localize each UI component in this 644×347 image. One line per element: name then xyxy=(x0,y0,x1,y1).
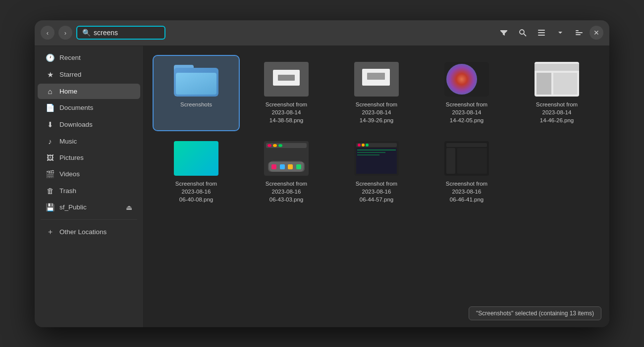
sidebar-item-recent[interactable]: 🕐 Recent xyxy=(38,50,140,66)
svg-point-0 xyxy=(520,30,524,34)
file-manager-window: ‹ › 🔍 ✕ xyxy=(35,20,609,327)
file-label: Screenshot from 2023-08-14 14-38-58.png xyxy=(266,100,307,124)
videos-icon: 🎬 xyxy=(46,170,54,179)
music-icon: ♪ xyxy=(46,137,54,146)
screenshot-thumbnail xyxy=(444,62,489,97)
search-input[interactable] xyxy=(94,29,153,37)
search-box: 🔍 xyxy=(76,26,165,40)
file-label: Screenshots xyxy=(180,100,212,108)
sidebar-item-documents[interactable]: 📄 Documents xyxy=(38,100,140,116)
sidebar-item-videos[interactable]: 🎬 Videos xyxy=(38,166,140,182)
filter-button[interactable] xyxy=(495,24,512,41)
screenshot-thumbnail xyxy=(535,62,579,97)
file-item[interactable]: Screenshots xyxy=(154,56,239,130)
file-label: Screenshot from 2023-08-16 06-46-41.png xyxy=(446,180,487,203)
sf-public-icon: 💾 xyxy=(46,203,54,212)
sidebar-item-label: Videos xyxy=(59,170,80,178)
screenshot-thumbnail xyxy=(354,141,399,176)
screenshot-thumbnail xyxy=(264,141,309,176)
file-item[interactable]: Screenshot from 2023-08-16 06-40-08.png xyxy=(154,135,239,209)
file-item[interactable]: Screenshot from 2023-08-14 14-39-26.png xyxy=(334,56,419,130)
sidebar-item-label: Trash xyxy=(59,187,76,195)
sidebar-item-label: Recent xyxy=(59,54,81,61)
svg-rect-2 xyxy=(538,30,545,31)
sidebar-item-trash[interactable]: 🗑 Trash xyxy=(38,183,140,198)
statusbar: "Screenshots" selected (containing 13 it… xyxy=(469,306,601,320)
screenshot-thumbnail xyxy=(264,62,309,97)
folder-thumbnail xyxy=(174,62,218,97)
svg-rect-5 xyxy=(576,30,579,31)
sidebar-item-sf-public[interactable]: 💾 sf_Public ⏏ xyxy=(38,199,140,215)
file-label: Screenshot from 2023-08-14 14-39-26.png xyxy=(356,100,397,124)
forward-button[interactable]: › xyxy=(58,26,72,40)
file-label: Screenshot from 2023-08-14 14-46-26.png xyxy=(536,100,578,124)
content-area: Screenshots Screenshot from 2023-08-14 1… xyxy=(144,46,609,327)
starred-icon: ★ xyxy=(46,70,54,79)
svg-rect-4 xyxy=(538,35,545,36)
screenshot-thumbnail xyxy=(174,141,218,176)
file-item[interactable]: Screenshot from 2023-08-14 14-42-05.png xyxy=(424,56,509,130)
sidebar-item-downloads[interactable]: ⬇ Downloads xyxy=(38,117,140,133)
file-label: Screenshot from 2023-08-16 06-43-03.png xyxy=(266,180,307,203)
file-item[interactable]: Screenshot from 2023-08-14 14-38-58.png xyxy=(244,56,329,130)
file-label: Screenshot from 2023-08-16 06-44-57.png xyxy=(356,180,397,203)
sidebar-item-starred[interactable]: ★ Starred xyxy=(38,67,140,83)
file-item[interactable]: Screenshot from 2023-08-16 06-43-03.png xyxy=(244,135,329,209)
eject-icon[interactable]: ⏏ xyxy=(126,203,132,211)
toolbar-actions: ✕ xyxy=(495,24,603,41)
sidebar-item-label: Pictures xyxy=(59,154,84,161)
file-grid: Screenshots Screenshot from 2023-08-14 1… xyxy=(154,56,599,210)
file-item[interactable]: Screenshot from 2023-08-16 06-44-57.png xyxy=(334,135,419,209)
svg-rect-3 xyxy=(538,32,545,33)
sidebar-item-label: Downloads xyxy=(59,121,93,128)
sidebar-item-home[interactable]: ⌂ Home xyxy=(38,84,140,99)
view-list-button[interactable] xyxy=(533,24,550,41)
file-label: Screenshot from 2023-08-14 14-42-05.png xyxy=(446,100,487,124)
sidebar: 🕐 Recent ★ Starred ⌂ Home 📄 Documents ⬇ … xyxy=(35,46,144,327)
view-toggle-button[interactable] xyxy=(552,24,569,41)
screenshot-thumbnail xyxy=(444,141,489,176)
svg-rect-7 xyxy=(576,34,581,35)
view-menu-button[interactable] xyxy=(571,24,588,41)
folder-icon xyxy=(174,62,218,97)
search-icon: 🔍 xyxy=(82,29,91,37)
downloads-icon: ⬇ xyxy=(46,120,54,129)
main-area: 🕐 Recent ★ Starred ⌂ Home 📄 Documents ⬇ … xyxy=(35,46,609,327)
sidebar-item-other-locations[interactable]: ＋ Other Locations xyxy=(38,224,140,240)
svg-line-1 xyxy=(524,34,526,36)
close-button[interactable]: ✕ xyxy=(590,26,603,40)
file-label: Screenshot from 2023-08-16 06-40-08.png xyxy=(175,180,217,203)
statusbar-text: "Screenshots" selected (containing 13 it… xyxy=(476,310,594,317)
pictures-icon: 🖼 xyxy=(46,153,54,162)
recent-icon: 🕐 xyxy=(46,53,54,62)
sidebar-separator xyxy=(41,219,137,220)
back-button[interactable]: ‹ xyxy=(41,26,54,40)
sidebar-item-label: Starred xyxy=(59,71,81,78)
svg-rect-6 xyxy=(576,32,583,33)
sidebar-item-label: Music xyxy=(59,138,77,145)
sidebar-other-locations-label: Other Locations xyxy=(59,228,107,236)
sidebar-item-label: Documents xyxy=(59,104,93,111)
sidebar-item-pictures[interactable]: 🖼 Pictures xyxy=(38,150,140,165)
sidebar-item-music[interactable]: ♪ Music xyxy=(38,134,140,149)
screenshot-thumbnail xyxy=(354,62,399,97)
toolbar: ‹ › 🔍 ✕ xyxy=(35,20,609,46)
search-toggle-button[interactable] xyxy=(514,24,531,41)
other-locations-icon: ＋ xyxy=(46,227,54,237)
documents-icon: 📄 xyxy=(46,103,54,112)
trash-icon: 🗑 xyxy=(46,187,54,195)
sidebar-item-label: sf_Public xyxy=(59,203,87,211)
sidebar-item-label: Home xyxy=(59,88,77,95)
file-item[interactable]: Screenshot from 2023-08-16 06-46-41.png xyxy=(424,135,509,209)
file-item[interactable]: Screenshot from 2023-08-14 14-46-26.png xyxy=(514,56,599,130)
home-icon: ⌂ xyxy=(46,87,54,96)
